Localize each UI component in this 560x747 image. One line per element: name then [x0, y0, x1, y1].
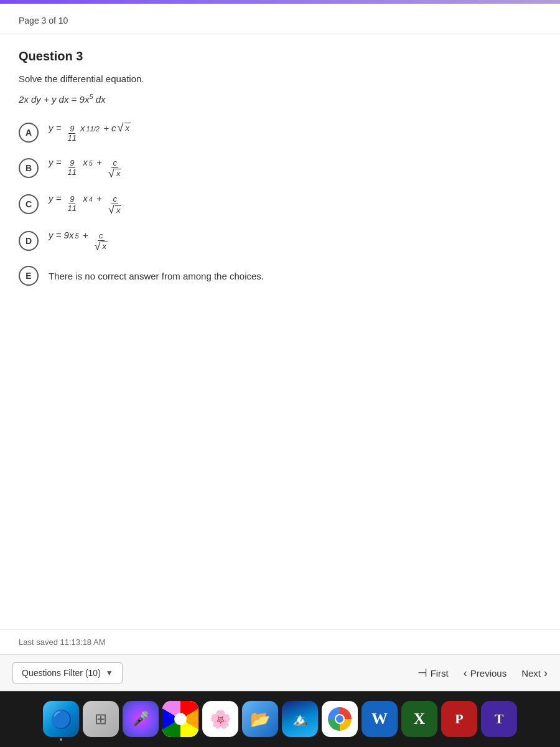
- first-button[interactable]: ⊣ First: [418, 666, 449, 680]
- fraction-a: 9 11: [67, 125, 78, 143]
- previous-button[interactable]: ‹ Previous: [464, 667, 506, 680]
- option-b-circle: B: [19, 158, 39, 178]
- option-a-content: y = 9 11 x11/2 + c√x: [49, 122, 131, 143]
- powerpoint-icon: P: [455, 711, 463, 727]
- option-e-text: There is no correct answer from among th…: [49, 271, 264, 281]
- dock-desktop[interactable]: 🏔️: [282, 701, 318, 737]
- launchpad-icon: ⊞: [95, 710, 107, 728]
- excel-icon: X: [414, 710, 426, 728]
- option-c[interactable]: C y = 9 11 x4 + c √x: [19, 193, 541, 216]
- frac-d: c √x: [93, 232, 109, 253]
- previous-label: Previous: [470, 668, 506, 679]
- page-info: Page 3 of 10: [19, 16, 68, 26]
- option-d-math: y = 9x5 + c √x: [49, 230, 110, 253]
- photos-flower-icon: 🌸: [210, 709, 231, 730]
- next-label: Next: [521, 668, 541, 679]
- fraction-c: 9 11: [67, 195, 78, 214]
- answer-choices: A y = 9 11 x11/2 + c√x B: [19, 122, 541, 286]
- option-e-content: There is no correct answer from among th…: [49, 271, 264, 281]
- desktop-icon: 🏔️: [292, 712, 308, 726]
- main-content: Page 3 of 10 Question 3 Solve the differ…: [0, 4, 560, 691]
- questions-filter-label: Questions Filter (10): [22, 668, 101, 678]
- teams-icon: T: [495, 711, 504, 727]
- dock-photos-flower[interactable]: 🌸: [202, 701, 238, 737]
- dock-finder[interactable]: 🔵: [43, 701, 79, 737]
- first-label: First: [431, 668, 449, 679]
- option-d[interactable]: D y = 9x5 + c √x: [19, 230, 541, 253]
- dock-excel[interactable]: X: [401, 701, 437, 737]
- option-c-circle: C: [19, 194, 39, 214]
- dock-chrome[interactable]: [322, 701, 358, 737]
- option-b[interactable]: B y = 9 11 x5 + c √x: [19, 157, 541, 180]
- option-d-content: y = 9x5 + c √x: [49, 230, 110, 253]
- option-a-circle: A: [19, 123, 39, 143]
- page-header: Page 3 of 10: [0, 4, 560, 34]
- dock-word[interactable]: W: [362, 701, 398, 737]
- chrome-icon: [328, 707, 352, 731]
- questions-filter-button[interactable]: Questions Filter (10) ▼: [12, 662, 123, 684]
- dock-siri[interactable]: 🎤: [123, 701, 159, 737]
- first-icon: ⊣: [418, 666, 427, 680]
- equation-display: 2x dy + y dx = 9x5 dx: [19, 93, 541, 105]
- dock-powerpoint[interactable]: P: [441, 701, 477, 737]
- word-icon: W: [371, 710, 388, 728]
- files-icon: 📂: [250, 710, 270, 729]
- filter-dropdown-arrow: ▼: [106, 669, 113, 677]
- next-icon: ›: [544, 667, 548, 680]
- option-d-circle: D: [19, 231, 39, 251]
- finder-dot: [60, 738, 62, 741]
- dock-launchpad[interactable]: ⊞: [83, 701, 119, 737]
- previous-icon: ‹: [464, 667, 467, 680]
- dock-photos-colorful[interactable]: [162, 701, 198, 737]
- frac-b2: c √x: [107, 159, 123, 180]
- nav-bar: Questions Filter (10) ▼ ⊣ First ‹ Previo…: [0, 654, 560, 691]
- frac-c2: c √x: [107, 195, 123, 216]
- option-c-content: y = 9 11 x4 + c √x: [49, 193, 124, 216]
- next-button[interactable]: Next ›: [521, 667, 548, 680]
- dock-files[interactable]: 📂: [242, 701, 278, 737]
- dock: 🔵 ⊞ 🎤 🌸 📂 🏔️ W X P: [0, 691, 560, 747]
- option-b-math: y = 9 11 x5 + c √x: [49, 157, 124, 180]
- question-prompt: Solve the differential equation.: [19, 73, 541, 84]
- siri-icon: 🎤: [133, 711, 149, 727]
- last-saved: Last saved 11:13:18 AM: [0, 629, 560, 654]
- fraction-b: 9 11: [67, 159, 78, 177]
- option-e[interactable]: E There is no correct answer from among …: [19, 266, 541, 286]
- dock-teams[interactable]: T: [481, 701, 517, 737]
- question-title: Question 3: [19, 49, 541, 63]
- option-a-math: y = 9 11 x11/2 + c√x: [49, 122, 131, 143]
- option-e-circle: E: [19, 266, 39, 286]
- option-b-content: y = 9 11 x5 + c √x: [49, 157, 124, 180]
- question-section: Question 3 Solve the differential equati…: [0, 34, 560, 629]
- option-c-math: y = 9 11 x4 + c √x: [49, 193, 124, 216]
- option-a[interactable]: A y = 9 11 x11/2 + c√x: [19, 122, 541, 143]
- nav-buttons: ⊣ First ‹ Previous Next ›: [418, 666, 548, 680]
- finder-icon: 🔵: [50, 709, 72, 730]
